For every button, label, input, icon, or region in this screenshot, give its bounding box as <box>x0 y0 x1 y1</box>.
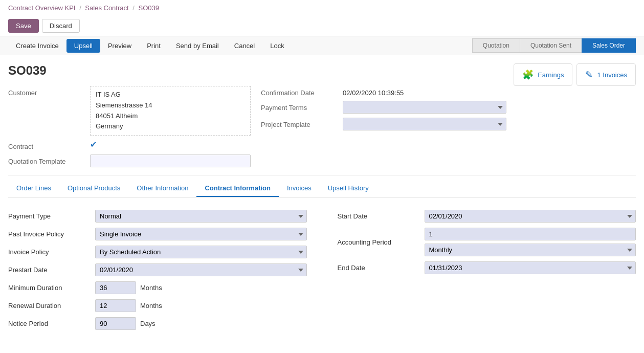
quotation-template-value <box>90 155 251 167</box>
breadcrumb: Contract Overview KPI / Sales Contract /… <box>0 0 644 16</box>
toolbar-create-invoice[interactable]: Create Invoice <box>8 39 66 53</box>
confirmation-date-row: Confirmation Date 02/02/2020 10:39:55 <box>261 86 514 97</box>
toolbar-cancel[interactable]: Cancel <box>227 39 262 53</box>
project-template-row: Project Template <box>261 118 514 130</box>
status-quotation[interactable]: Quotation <box>472 38 520 53</box>
toolbar-print[interactable]: Print <box>139 39 168 53</box>
customer-line-1: IT IS AG <box>96 90 245 100</box>
invoices-label: 1 Invoices <box>597 71 627 79</box>
start-date-row: Start Date 02/01/2020 <box>338 210 636 223</box>
end-date-select[interactable]: 01/31/2023 <box>425 261 636 274</box>
tab-order-lines[interactable]: Order Lines <box>8 180 59 197</box>
notice-period-input[interactable] <box>95 317 136 330</box>
project-template-value <box>343 118 514 130</box>
customer-address[interactable]: IT IS AG Siemensstrasse 14 84051 Altheim… <box>90 86 251 136</box>
renewal-duration-field: Months <box>95 299 307 312</box>
accounting-period-input[interactable] <box>425 228 636 240</box>
breadcrumb-sep-2: / <box>132 4 136 12</box>
customer-label: Customer <box>8 86 90 97</box>
contract-label: Contract <box>8 140 90 150</box>
payment-terms-select[interactable] <box>343 101 506 114</box>
payment-terms-value <box>343 101 514 114</box>
quotation-template-row: Quotation Template <box>8 155 251 167</box>
tab-invoices[interactable]: Invoices <box>279 180 320 197</box>
minimum-duration-unit: Months <box>140 284 162 292</box>
payment-terms-row: Payment Terms <box>261 101 514 114</box>
invoice-policy-field: By Scheduled Action <box>95 246 307 258</box>
start-date-field: 02/01/2020 <box>425 210 636 223</box>
contract-left-col: Payment Type Normal Past Invoice Policy … <box>8 210 307 335</box>
form-left-col: Customer IT IS AG Siemensstrasse 14 8405… <box>8 86 261 171</box>
status-bar: Quotation Quotation Sent Sales Order <box>472 36 636 55</box>
past-invoice-policy-row: Past Invoice Policy Single Invoice <box>8 228 307 240</box>
payment-terms-label: Payment Terms <box>261 101 343 112</box>
notice-period-field: Days <box>95 317 307 330</box>
prestart-date-label: Prestart Date <box>8 266 95 274</box>
minimum-duration-row: Minimum Duration Months <box>8 281 307 294</box>
quotation-template-label: Quotation Template <box>8 155 90 165</box>
start-date-select[interactable]: 02/01/2020 <box>425 210 636 223</box>
customer-row: Customer IT IS AG Siemensstrasse 14 8405… <box>8 86 251 136</box>
earnings-label: Earnings <box>538 71 564 79</box>
invoices-smart-button[interactable]: ✎ 1 Invoices <box>576 63 636 86</box>
contract-row: Contract ✔ <box>8 140 251 150</box>
payment-type-field: Normal <box>95 210 307 223</box>
toolbar: Create Invoice Upsell Preview Print Send… <box>8 37 292 55</box>
toolbar-lock[interactable]: Lock <box>262 39 292 53</box>
renewal-duration-label: Renewal Duration <box>8 302 95 310</box>
tab-upsell-history[interactable]: Upsell History <box>320 180 377 197</box>
form-right-col: Confirmation Date 02/02/2020 10:39:55 Pa… <box>261 86 514 171</box>
end-date-label: End Date <box>338 264 425 272</box>
contract-checkbox-icon: ✔ <box>90 140 97 149</box>
invoices-icon: ✎ <box>585 69 593 80</box>
notice-period-unit: Days <box>140 320 156 327</box>
contract-value: ✔ <box>90 140 251 149</box>
action-bar: Save Discard <box>0 16 644 36</box>
payment-type-label: Payment Type <box>8 212 95 220</box>
earnings-icon: 🧩 <box>522 69 534 80</box>
project-template-select[interactable] <box>343 118 506 130</box>
toolbar-preview[interactable]: Preview <box>100 39 139 53</box>
tab-content-contract: Payment Type Normal Past Invoice Policy … <box>8 206 636 339</box>
accounting-period-unit-select[interactable]: Monthly <box>425 244 636 256</box>
prestart-date-row: Prestart Date 02/01/2020 <box>8 263 307 276</box>
tabs: Order Lines Optional Products Other Info… <box>8 180 636 197</box>
customer-line-3: 84051 Altheim <box>96 111 245 122</box>
toolbar-upsell[interactable]: Upsell <box>66 39 100 53</box>
tab-contract-information[interactable]: Contract Information <box>196 180 279 197</box>
tab-optional-products[interactable]: Optional Products <box>59 180 128 197</box>
breadcrumb-current: SO039 <box>138 4 159 12</box>
minimum-duration-input[interactable] <box>95 281 136 294</box>
payment-type-row: Payment Type Normal <box>8 210 307 223</box>
form-fields: Customer IT IS AG Siemensstrasse 14 8405… <box>8 86 514 171</box>
status-quotation-sent[interactable]: Quotation Sent <box>520 38 582 53</box>
payment-type-select[interactable]: Normal <box>95 210 307 223</box>
customer-line-4: Germany <box>96 121 245 132</box>
customer-line-2: Siemensstrasse 14 <box>96 100 245 111</box>
breadcrumb-link-2[interactable]: Sales Contract <box>85 4 128 12</box>
earnings-smart-button[interactable]: 🧩 Earnings <box>514 63 572 86</box>
prestart-date-select[interactable]: 02/01/2020 <box>95 263 307 276</box>
invoice-policy-label: Invoice Policy <box>8 248 95 256</box>
main-content: 🧩 Earnings ✎ 1 Invoices SO039 Customer I… <box>0 55 644 347</box>
status-sales-order[interactable]: Sales Order <box>582 38 636 53</box>
contract-right-col: Start Date 02/01/2020 Accounting Period … <box>338 210 636 335</box>
toolbar-send-email[interactable]: Send by Email <box>168 39 227 53</box>
notice-period-row: Notice Period Days <box>8 317 307 330</box>
project-template-label: Project Template <box>261 118 343 128</box>
renewal-duration-row: Renewal Duration Months <box>8 299 307 312</box>
invoice-policy-select[interactable]: By Scheduled Action <box>95 246 307 258</box>
quotation-template-input[interactable] <box>90 155 251 167</box>
end-date-field: 01/31/2023 <box>425 261 636 274</box>
renewal-duration-input[interactable] <box>95 299 136 312</box>
accounting-period-field: Monthly <box>425 228 636 256</box>
breadcrumb-link-1[interactable]: Contract Overview KPI <box>8 4 76 12</box>
breadcrumb-sep-1: / <box>79 4 83 12</box>
discard-button[interactable]: Discard <box>42 19 80 33</box>
save-button[interactable]: Save <box>8 19 39 33</box>
renewal-duration-unit: Months <box>140 302 162 310</box>
past-invoice-policy-select[interactable]: Single Invoice <box>95 228 307 240</box>
minimum-duration-field: Months <box>95 281 307 294</box>
tab-other-information[interactable]: Other Information <box>128 180 196 197</box>
past-invoice-policy-label: Past Invoice Policy <box>8 230 95 238</box>
